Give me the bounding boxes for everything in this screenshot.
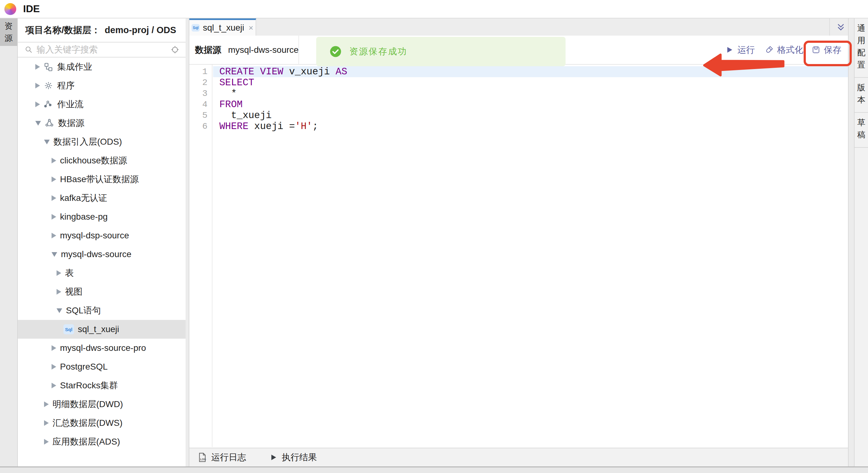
sql-file-icon: Sql <box>63 324 74 334</box>
app-title: IDE <box>23 3 40 15</box>
tree-item[interactable]: mysql-dws-source <box>18 245 186 264</box>
code-token: t_xueji <box>219 110 272 121</box>
datasource-value[interactable]: mysql-dws-source <box>228 45 299 55</box>
code-token: CREATE <box>219 66 254 77</box>
caret-right-icon[interactable] <box>44 439 49 445</box>
resource-sidebar: 项目名称/数据层： demo-proj / ODS 输入关键字搜索 集成作业程序… <box>18 19 186 467</box>
tree-item-label: 视图 <box>65 286 83 298</box>
tree-item[interactable]: 数据源 <box>18 114 186 132</box>
run-log-tab[interactable]: LOG 运行日志 <box>197 451 246 463</box>
tree-item[interactable]: 表 <box>18 264 186 282</box>
right-tab-0[interactable]: 通用配置 <box>855 19 868 78</box>
right-tab-char: 通 <box>857 23 866 34</box>
tree-item[interactable]: clickhouse数据源 <box>18 151 186 170</box>
search-input[interactable]: 输入关键字搜索 <box>36 44 167 56</box>
strip-tab-char: 源 <box>5 33 13 44</box>
right-tab-2[interactable]: 草稿 <box>855 113 868 148</box>
tree-item-label: 程序 <box>57 80 75 92</box>
tree-item-label: 应用数据层(ADS) <box>53 436 120 448</box>
resource-tree: 集成作业程序作业流数据源数据引入层(ODS)clickhouse数据源HBase… <box>18 58 186 467</box>
caret-right-icon[interactable] <box>52 214 56 220</box>
code-line[interactable]: FROM <box>213 99 848 110</box>
caret-down-icon[interactable] <box>44 140 50 144</box>
save-button[interactable]: 保存 <box>812 36 841 64</box>
caret-right-icon[interactable] <box>52 195 56 201</box>
caret-right-icon[interactable] <box>52 177 56 182</box>
line-number: 2 <box>189 77 212 88</box>
caret-right-icon[interactable] <box>44 420 49 426</box>
tree-item[interactable]: 程序 <box>18 76 186 95</box>
format-button-label: 格式化 <box>777 44 803 56</box>
tree-item[interactable]: 作业流 <box>18 95 186 114</box>
sidebar-search-row: 输入关键字搜索 <box>18 42 186 58</box>
caret-down-icon[interactable] <box>35 121 41 126</box>
aim-icon[interactable] <box>170 45 179 54</box>
caret-down-icon[interactable] <box>52 252 57 257</box>
caret-right-icon[interactable] <box>52 383 56 388</box>
check-circle-icon <box>329 45 342 58</box>
tree-item-label: mysql-dws-source <box>61 249 131 259</box>
tree-item[interactable]: kingbase-pg <box>18 208 186 226</box>
line-number: 1 <box>189 66 212 77</box>
gear-icon <box>44 81 53 90</box>
line-number: 4 <box>189 99 212 110</box>
tab-label: sql_t_xueji <box>203 23 244 33</box>
run-button[interactable]: 运行 <box>725 36 755 64</box>
resources-strip-tab[interactable]: 资源 <box>0 19 17 46</box>
svg-text:LOG: LOG <box>200 458 206 461</box>
code-token: VIEW <box>260 66 283 77</box>
collapse-double-chevron-icon[interactable] <box>836 23 845 32</box>
code-line[interactable]: WHERE xueji ='H'; <box>213 121 848 132</box>
tree-item[interactable]: Sqlsql_t_xueji <box>18 320 186 339</box>
tree-item-label: kafka无认证 <box>60 192 107 204</box>
tree-item[interactable]: 应用数据层(ADS) <box>18 432 186 451</box>
tree-item[interactable]: HBase带认证数据源 <box>18 170 186 189</box>
tree-item[interactable]: SQL语句 <box>18 301 186 320</box>
exec-result-tab[interactable]: 执行结果 <box>269 451 317 463</box>
tree-item[interactable]: 明细数据层(DWD) <box>18 395 186 414</box>
tree-item[interactable]: PostgreSQL <box>18 357 186 376</box>
tab-close-icon[interactable]: × <box>249 23 253 33</box>
tree-item[interactable]: mysql-dws-source-pro <box>18 339 186 357</box>
tree-item[interactable]: mysql-dsp-source <box>18 226 186 245</box>
tree-item[interactable]: kafka无认证 <box>18 189 186 208</box>
datasource-icon <box>45 118 54 128</box>
right-tab-char: 版 <box>857 82 866 93</box>
caret-right-icon[interactable] <box>44 402 49 407</box>
caret-right-icon[interactable] <box>57 270 61 276</box>
code-line[interactable]: t_xueji <box>213 110 848 121</box>
page-footer-strip <box>0 467 868 473</box>
tree-item-label: kingbase-pg <box>60 212 108 222</box>
run-log-label: 运行日志 <box>211 451 246 463</box>
code-line[interactable]: CREATE VIEW v_xueji AS <box>213 66 848 77</box>
tree-item[interactable]: StarRocks集群 <box>18 376 186 395</box>
left-activity-strip: 资源 <box>0 19 18 467</box>
code-line[interactable]: * <box>213 88 848 99</box>
tree-item[interactable]: 视图 <box>18 282 186 301</box>
caret-right-icon[interactable] <box>57 289 61 294</box>
tree-item-label: clickhouse数据源 <box>60 155 127 166</box>
caret-right-icon[interactable] <box>35 83 40 88</box>
right-tab-1[interactable]: 版本 <box>855 78 868 113</box>
caret-right-icon[interactable] <box>35 101 40 107</box>
tab-sql-t-xueji[interactable]: Sql sql_t_xueji × <box>189 19 256 36</box>
line-number: 5 <box>189 110 212 121</box>
caret-down-icon[interactable] <box>57 308 62 313</box>
caret-right-icon[interactable] <box>52 364 56 370</box>
code-line[interactable]: SELECT <box>213 77 848 88</box>
caret-right-icon[interactable] <box>52 233 56 239</box>
tree-item[interactable]: 汇总数据层(DWS) <box>18 414 186 432</box>
sql-file-icon: Sql <box>191 24 200 32</box>
code-token: v_xueji <box>283 66 336 77</box>
format-button[interactable]: 格式化 <box>765 36 803 64</box>
code-token: xueji = <box>248 121 295 132</box>
integration-icon <box>44 62 53 71</box>
bottom-result-bar: LOG 运行日志 执行结果 <box>189 448 848 467</box>
log-file-icon: LOG <box>197 452 207 462</box>
tree-item[interactable]: 数据引入层(ODS) <box>18 132 186 151</box>
caret-right-icon[interactable] <box>52 158 56 163</box>
tree-item[interactable]: 集成作业 <box>18 58 186 76</box>
caret-right-icon[interactable] <box>52 345 56 351</box>
sql-code-editor[interactable]: CREATE VIEW v_xueji ASSELECT *FROM t_xue… <box>213 65 848 447</box>
caret-right-icon[interactable] <box>35 64 40 70</box>
